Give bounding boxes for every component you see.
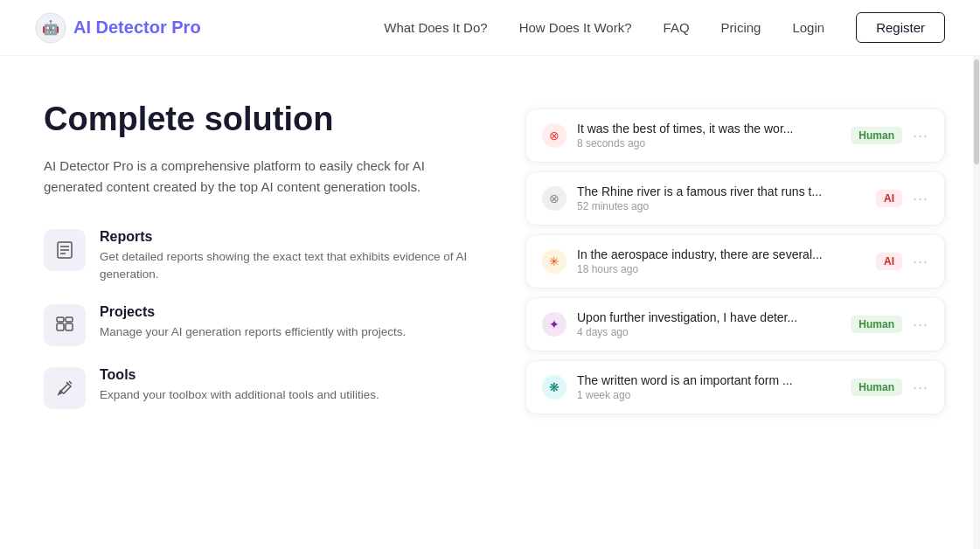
card-content: The written word is an important form ..… [577,373,840,401]
card-time: 8 seconds ago [577,137,840,149]
list-item: ❋ The written word is an important form … [525,360,945,414]
badge-ai: AI [876,253,902,270]
card-menu-button[interactable]: ··· [913,379,928,397]
list-item: ✦ Upon further investigation, I have det… [525,297,945,351]
list-item: ⊗ It was the best of times, it was the w… [525,108,945,163]
list-item: ⊗ The Rhine river is a famous river that… [525,171,945,226]
card-status-icon: ❋ [542,375,566,400]
card-time: 52 minutes ago [577,200,865,212]
nav-how-it-works[interactable]: How Does It Work? [519,20,632,35]
projects-icon [44,304,86,346]
badge-human: Human [851,379,902,396]
detection-list: ⊗ It was the best of times, it was the w… [525,108,945,414]
card-text: In the aerospace industry, there are sev… [577,247,865,261]
feature-reports: Reports Get detailed reports showing the… [44,229,473,284]
card-time: 4 days ago [577,326,840,338]
card-content: The Rhine river is a famous river that r… [577,184,865,212]
card-time: 18 hours ago [577,263,865,275]
main-nav: What Does It Do? How Does It Work? FAQ P… [384,12,945,43]
feature-reports-content: Reports Get detailed reports showing the… [100,229,473,284]
feature-reports-title: Reports [100,229,473,245]
card-text: The written word is an important form ..… [577,373,840,387]
feature-tools: Tools Expand your toolbox with additiona… [44,367,473,409]
feature-tools-content: Tools Expand your toolbox with additiona… [100,367,379,404]
svg-rect-9 [66,317,73,322]
card-status-icon: ✦ [542,312,566,337]
hero-description: AI Detector Pro is a comprehensive platf… [44,156,473,198]
card-status-icon: ⊗ [542,186,566,211]
svg-line-10 [69,381,72,384]
logo[interactable]: 🤖 AI Detector Pro [35,12,201,44]
card-time: 1 week ago [577,389,840,401]
hero-section: Complete solution AI Detector Pro is a c… [44,100,473,523]
badge-ai: AI [876,190,902,207]
card-menu-button[interactable]: ··· [913,316,928,334]
tools-icon [44,367,86,409]
card-status-icon: ✳ [542,249,566,274]
feature-projects-content: Projects Manage your AI generation repor… [100,304,406,341]
card-menu-button[interactable]: ··· [913,253,928,271]
feature-projects: Projects Manage your AI generation repor… [44,304,473,346]
svg-rect-8 [57,317,64,322]
nav-pricing[interactable]: Pricing [721,20,761,35]
feature-reports-desc: Get detailed reports showing the exact t… [100,248,473,284]
card-text: The Rhine river is a famous river that r… [577,184,865,198]
feature-tools-desc: Expand your toolbox with additional tool… [100,386,379,404]
list-item: ✳ In the aerospace industry, there are s… [525,234,945,288]
feature-tools-title: Tools [100,367,379,383]
svg-rect-6 [57,323,64,330]
card-panel: ⊗ It was the best of times, it was the w… [525,100,945,523]
feature-projects-desc: Manage your AI generation reports effici… [100,323,406,341]
card-text: Upon further investigation, I have deter… [577,310,840,324]
nav-login[interactable]: Login [792,20,824,35]
card-text: It was the best of times, it was the wor… [577,122,840,136]
logo-icon: 🤖 [35,12,66,44]
card-content: Upon further investigation, I have deter… [577,310,840,338]
card-content: It was the best of times, it was the wor… [577,122,840,149]
badge-human: Human [851,316,902,333]
feature-projects-title: Projects [100,304,406,320]
svg-rect-7 [66,323,73,330]
register-button[interactable]: Register [856,12,945,43]
logo-text: AI Detector Pro [73,17,201,38]
badge-human: Human [851,127,902,144]
reports-icon [44,229,86,271]
scrollbar[interactable] [973,56,980,549]
hero-title: Complete solution [44,100,473,140]
nav-what-it-does[interactable]: What Does It Do? [384,20,487,35]
logo-text-part2: Pro [167,17,201,37]
svg-text:🤖: 🤖 [42,19,59,36]
logo-text-part1: AI Detector [73,17,167,37]
card-menu-button[interactable]: ··· [913,127,928,145]
card-menu-button[interactable]: ··· [913,190,928,208]
nav-faq[interactable]: FAQ [664,20,690,35]
card-content: In the aerospace industry, there are sev… [577,247,865,275]
card-status-icon: ⊗ [542,123,566,148]
scrollbar-thumb[interactable] [974,59,979,164]
